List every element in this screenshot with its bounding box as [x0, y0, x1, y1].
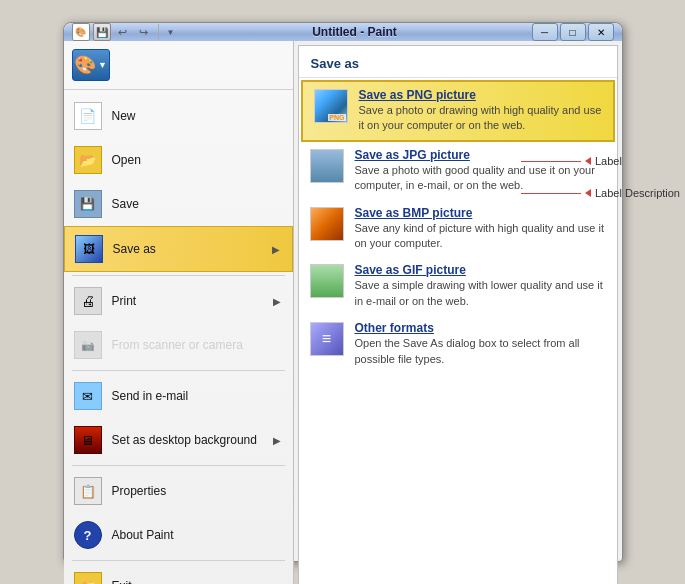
bmp-title[interactable]: Save as BMP picture: [355, 206, 607, 220]
other-title[interactable]: Other formats: [355, 321, 607, 335]
saveas-item-other[interactable]: ≡ Other formats Open the Save As dialog …: [299, 315, 617, 373]
bmp-desc: Save any kind of picture with high quali…: [355, 221, 607, 252]
divider-2: [72, 370, 285, 371]
png-desc: Save a photo or drawing with high qualit…: [359, 103, 603, 134]
exit-icon: 📁: [72, 570, 104, 584]
divider-1: [72, 275, 285, 276]
png-title[interactable]: Save as PNG picture: [359, 88, 603, 102]
menu-item-save[interactable]: 💾 Save: [64, 182, 293, 226]
saveas-panel: Save as PNG Save as PNG picture Save a p…: [298, 45, 618, 584]
paint-menu-button[interactable]: 🎨 ▼: [72, 49, 110, 81]
minimize-button[interactable]: ─: [532, 23, 558, 41]
other-desc: Open the Save As dialog box to select fr…: [355, 336, 607, 367]
undo-icon[interactable]: ↩: [114, 23, 132, 41]
divider-4: [72, 560, 285, 561]
saveas-panel-title: Save as: [299, 50, 617, 78]
window-title: Untitled - Paint: [182, 25, 528, 39]
properties-icon: 📋: [72, 475, 104, 507]
save-icon: 💾: [72, 188, 104, 220]
print-icon: 🖨: [72, 285, 104, 317]
quick-access-dropdown[interactable]: ▼: [164, 23, 178, 41]
saveas-item-gif[interactable]: Save as GIF picture Save a simple drawin…: [299, 257, 617, 315]
menu-item-open[interactable]: 📂 Open: [64, 138, 293, 182]
menu-item-print[interactable]: 🖨 Print ▶: [64, 279, 293, 323]
title-bar: 🎨 💾 ↩ ↪ ▼ Untitled - Paint ─ □ ✕: [64, 23, 622, 41]
paint-button-area: 🎨 ▼: [64, 45, 293, 90]
label-desc-annotation-line: [521, 193, 581, 194]
paint-app-icon: 🎨: [72, 23, 90, 41]
desktop-icon: 🖥: [72, 424, 104, 456]
menu-item-new[interactable]: 📄 New: [64, 94, 293, 138]
bmp-content: Save as BMP picture Save any kind of pic…: [355, 206, 607, 252]
outer-container: 🎨 💾 ↩ ↪ ▼ Untitled - Paint ─ □ ✕ �: [0, 0, 685, 584]
saveas-icon: 🖼: [73, 233, 105, 265]
menu-label-scanner: From scanner or camera: [112, 338, 281, 352]
saveas-item-png[interactable]: PNG Save as PNG picture Save a photo or …: [301, 80, 615, 142]
desktop-arrow: ▶: [273, 435, 281, 446]
new-icon: 📄: [72, 100, 104, 132]
redo-icon[interactable]: ↪: [135, 23, 153, 41]
png-icon: PNG: [313, 88, 349, 124]
quick-access-save-icon[interactable]: 💾: [93, 23, 111, 41]
close-button[interactable]: ✕: [588, 23, 614, 41]
menu-item-properties[interactable]: 📋 Properties: [64, 469, 293, 513]
menu-item-saveas[interactable]: 🖼 Save as ▶: [64, 226, 293, 272]
saveas-arrow: ▶: [272, 244, 280, 255]
gif-title[interactable]: Save as GIF picture: [355, 263, 607, 277]
label-desc-annotation-row: Label Description: [521, 187, 680, 199]
menu-label-desktop: Set as desktop background: [112, 433, 265, 447]
separator: [158, 24, 159, 40]
paint-btn-icon: 🎨: [74, 54, 96, 76]
scanner-icon: 📷: [72, 329, 104, 361]
window-controls: ─ □ ✕: [532, 23, 614, 41]
menu-label-saveas: Save as: [113, 242, 264, 256]
menu-label-new: New: [112, 109, 281, 123]
menu-item-scanner: 📷 From scanner or camera: [64, 323, 293, 367]
open-icon: 📂: [72, 144, 104, 176]
menu-label-print: Print: [112, 294, 265, 308]
divider-3: [72, 465, 285, 466]
label-annotation-row: Label: [521, 155, 680, 167]
menu-label-save: Save: [112, 197, 281, 211]
label-annotation-text: Label: [595, 155, 622, 167]
menu-label-email: Send in e-mail: [112, 389, 281, 403]
menu-item-about[interactable]: ? About Paint: [64, 513, 293, 557]
annotation-wrapper: Label Label Description: [521, 155, 680, 199]
menu-label-open: Open: [112, 153, 281, 167]
menu-item-exit[interactable]: 📁 Exit: [64, 564, 293, 584]
menu-item-email[interactable]: ✉ Send in e-mail: [64, 374, 293, 418]
saveas-item-bmp[interactable]: Save as BMP picture Save any kind of pic…: [299, 200, 617, 258]
other-formats-icon: ≡: [309, 321, 345, 357]
gif-desc: Save a simple drawing with lower quality…: [355, 278, 607, 309]
menu-content: 🎨 ▼ 📄 New 📂 Open: [64, 41, 622, 584]
label-annotation-line: [521, 161, 581, 162]
menu-label-about: About Paint: [112, 528, 281, 542]
gif-icon: [309, 263, 345, 299]
left-menu: 🎨 ▼ 📄 New 📂 Open: [64, 41, 294, 584]
menu-label-exit: Exit: [112, 579, 281, 584]
menu-item-desktop[interactable]: 🖥 Set as desktop background ▶: [64, 418, 293, 462]
jpg-icon: [309, 148, 345, 184]
paint-btn-arrow: ▼: [98, 60, 107, 70]
print-arrow: ▶: [273, 296, 281, 307]
label-annotation-arrow: [585, 157, 591, 165]
window: 🎨 💾 ↩ ↪ ▼ Untitled - Paint ─ □ ✕ �: [63, 22, 623, 562]
bmp-icon: [309, 206, 345, 242]
title-bar-icons: 🎨 💾 ↩ ↪ ▼: [72, 23, 178, 41]
gif-content: Save as GIF picture Save a simple drawin…: [355, 263, 607, 309]
about-icon: ?: [72, 519, 104, 551]
label-desc-annotation-text: Label Description: [595, 187, 680, 199]
maximize-button[interactable]: □: [560, 23, 586, 41]
menu-label-properties: Properties: [112, 484, 281, 498]
png-content: Save as PNG picture Save a photo or draw…: [359, 88, 603, 134]
label-desc-annotation-arrow: [585, 189, 591, 197]
email-icon: ✉: [72, 380, 104, 412]
other-content: Other formats Open the Save As dialog bo…: [355, 321, 607, 367]
